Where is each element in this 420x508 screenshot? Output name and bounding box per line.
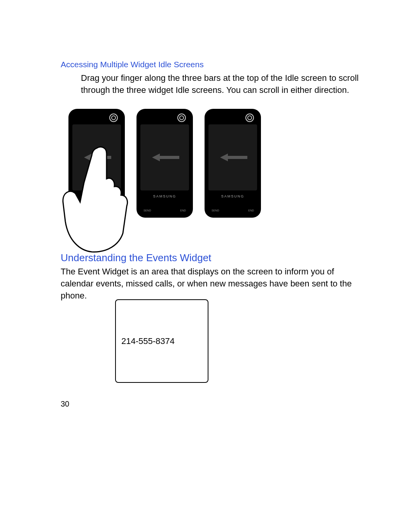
arrow-left-icon [84, 154, 111, 161]
arrow-left-icon [152, 154, 179, 161]
arrow-left-icon [220, 154, 247, 161]
phone-illustration-row: SAMSUNG SEND END SAMSUNG SEND END [68, 109, 261, 218]
phone-illustration-2: SAMSUNG SEND END [136, 109, 193, 218]
events-widget-box: 214-555-8374 [115, 299, 208, 383]
send-button-label: SEND [144, 209, 151, 212]
brand-label: SAMSUNG [205, 194, 261, 198]
carrier-logo-icon [177, 113, 186, 122]
carrier-logo-icon [245, 113, 254, 122]
section2-heading: Understanding the Events Widget [61, 252, 211, 264]
brand-label: SAMSUNG [136, 194, 193, 198]
manual-page: Accessing Multiple Widget Idle Screens D… [0, 0, 420, 508]
phone-screen [72, 124, 121, 190]
brand-label: SAMSUNG [68, 194, 125, 198]
carrier-logo-icon [109, 113, 118, 122]
end-button-label: END [248, 209, 254, 212]
page-number: 30 [61, 400, 69, 408]
section2-body: The Event Widget is an area that display… [61, 266, 356, 302]
send-button-label: SEND [212, 209, 219, 212]
end-button-label: END [112, 209, 118, 212]
phone-illustration-1: SAMSUNG SEND END [68, 109, 125, 218]
send-button-label: SEND [75, 209, 83, 212]
phone-screen [208, 124, 257, 190]
event-phone-number: 214-555-8374 [121, 336, 175, 346]
end-button-label: END [180, 209, 186, 212]
phone-illustration-3: SAMSUNG SEND END [205, 109, 261, 218]
phone-screen [140, 124, 189, 190]
section1-heading: Accessing Multiple Widget Idle Screens [61, 60, 204, 69]
section1-body: Drag your finger along the three bars at… [81, 72, 361, 96]
